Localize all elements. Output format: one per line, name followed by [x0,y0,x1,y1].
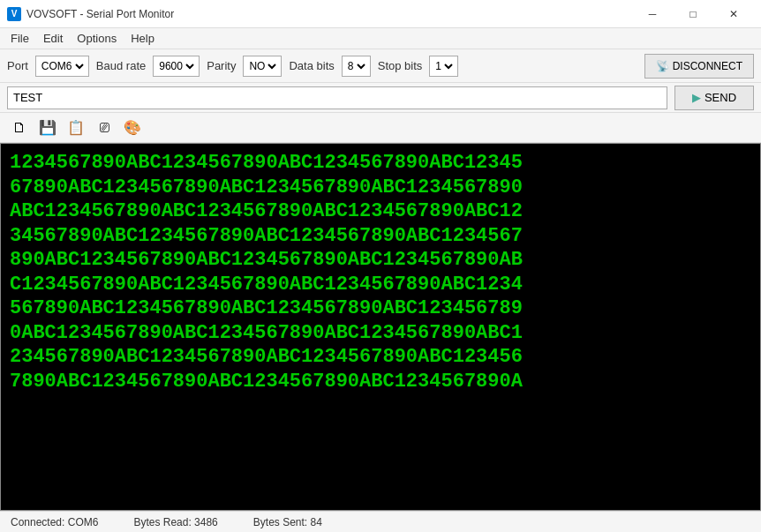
copy-icon: 📋 [67,119,85,136]
menu-file[interactable]: File [4,29,36,49]
icon-bar: 🗋 💾 📋 ⎚ 🎨 [0,113,761,143]
monitor-text: 1234567890ABC1234567890ABC1234567890ABC1… [1,144,760,510]
baud-select-wrap[interactable]: 9600 [153,56,200,77]
send-button[interactable]: ▶ SEND [674,86,754,110]
color-icon: 🎨 [124,119,141,136]
port-select[interactable]: COM6 [38,56,87,76]
window-title: VOVSOFT - Serial Port Monitor [26,8,632,20]
baud-select[interactable]: 9600 [155,56,197,76]
new-file-icon: 🗋 [12,120,26,136]
menu-edit[interactable]: Edit [36,29,70,49]
color-button[interactable]: 🎨 [120,116,145,140]
port-select-wrap[interactable]: COM6 [35,56,89,77]
connection-status: Connected: COM6 [11,516,98,528]
menu-help[interactable]: Help [124,29,162,49]
parity-label: Parity [207,59,236,72]
monitor-container: 1234567890ABC1234567890ABC1234567890ABC1… [0,143,761,511]
title-bar: V VOVSOFT - Serial Port Monitor ─ □ ✕ [0,0,761,28]
window-controls: ─ □ ✕ [632,0,754,28]
new-file-button[interactable]: 🗋 [7,116,32,140]
databits-label: Data bits [289,59,334,72]
port-settings-bar: Port COM6 Baud rate 9600 Parity NO Data … [0,49,761,83]
menu-bar: File Edit Options Help [0,28,761,49]
status-bar: Connected: COM6 Bytes Read: 3486 Bytes S… [0,511,761,532]
databits-select-wrap[interactable]: 8 [342,56,371,77]
clear-icon: ⎚ [100,118,109,137]
copy-button[interactable]: 📋 [64,116,88,140]
app-icon: V [7,7,21,21]
clear-button[interactable]: ⎚ [92,116,117,140]
stopbits-select-wrap[interactable]: 1 [429,56,458,77]
stopbits-select[interactable]: 1 [432,56,456,76]
save-button[interactable]: 💾 [35,116,60,140]
menu-options[interactable]: Options [70,29,124,49]
input-bar: ▶ SEND [0,83,761,113]
bytes-read-status: Bytes Read: 3486 [133,516,217,528]
send-icon: ▶ [692,91,701,104]
databits-select[interactable]: 8 [344,56,368,76]
disconnect-button[interactable]: 📡 DISCONNECT [644,54,754,79]
baud-label: Baud rate [96,59,146,72]
minimize-button[interactable]: ─ [632,0,673,28]
disconnect-label: DISCONNECT [673,60,742,72]
close-button[interactable]: ✕ [713,0,754,28]
bytes-sent-status: Bytes Sent: 84 [253,516,322,528]
send-input[interactable] [7,86,667,109]
maximize-button[interactable]: □ [673,0,713,28]
send-label: SEND [704,91,736,104]
parity-select[interactable]: NO [245,56,279,76]
parity-select-wrap[interactable]: NO [243,56,282,77]
disconnect-icon: 📡 [656,60,669,72]
port-label: Port [7,59,28,72]
stopbits-label: Stop bits [378,59,423,72]
save-icon: 💾 [39,119,57,136]
